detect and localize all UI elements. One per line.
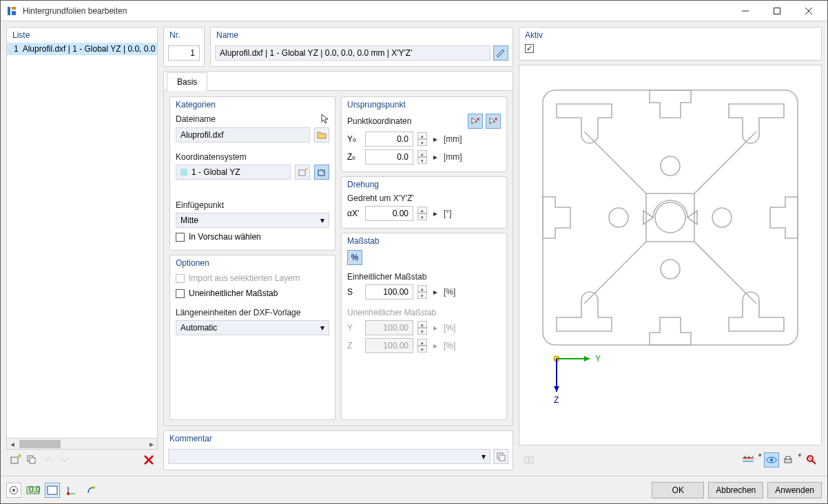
- svg-rect-49: [48, 486, 57, 494]
- chevron-down-icon: ▾: [320, 323, 324, 333]
- chevron-down-icon: ▾: [482, 452, 486, 461]
- svg-point-53: [92, 486, 95, 489]
- langen-select[interactable]: Automatic ▾: [176, 320, 329, 335]
- svg-point-27: [712, 208, 732, 227]
- svg-text:✶: ✶: [304, 168, 307, 174]
- svg-point-52: [67, 492, 70, 495]
- percent-mode-button[interactable]: %: [347, 250, 362, 265]
- move-up-button: [41, 452, 56, 468]
- svg-point-46: [12, 489, 15, 492]
- chevron-down-icon: ▾: [320, 216, 324, 225]
- koord-value: 1 - Global YZ: [192, 167, 240, 177]
- z0-menu-button[interactable]: ▸: [431, 152, 439, 162]
- vorschau-checkbox[interactable]: In Vorschau wählen: [170, 229, 335, 244]
- delete-item-button[interactable]: [141, 452, 156, 468]
- title-bar: Hintergrundfolien bearbeiten: [1, 1, 827, 21]
- new-coord-button[interactable]: ✶: [295, 165, 310, 180]
- duplicate-item-button[interactable]: [24, 452, 39, 468]
- alpha-input[interactable]: [365, 206, 413, 221]
- svg-rect-33: [525, 456, 528, 463]
- chevron-down-icon[interactable]: ▼: [757, 452, 763, 468]
- tab-basis[interactable]: Basis: [167, 72, 207, 91]
- scale-z-unit: [%]: [444, 341, 455, 350]
- y0-spinner[interactable]: ▴▾: [417, 132, 427, 146]
- chevron-down-icon[interactable]: ▼: [797, 452, 803, 468]
- pick-point-button-1[interactable]: [468, 114, 483, 129]
- list-scrollbar[interactable]: ◂ ▸: [7, 438, 157, 449]
- cancel-button[interactable]: Abbrechen: [708, 482, 763, 498]
- scroll-left-icon[interactable]: ◂: [7, 439, 18, 450]
- scroll-thumb[interactable]: [19, 440, 61, 448]
- koord-select[interactable]: 1 - Global YZ: [176, 165, 291, 180]
- minimize-button[interactable]: [729, 1, 761, 21]
- s-spinner[interactable]: ▴▾: [417, 285, 427, 299]
- alpha-menu-button[interactable]: ▸: [431, 209, 439, 218]
- aktiv-label: Aktiv: [519, 28, 821, 43]
- browse-file-button[interactable]: [314, 127, 329, 143]
- uneinheit-checkbox[interactable]: Uneinheitlicher Maßstab: [170, 286, 335, 301]
- aktiv-checkbox[interactable]: [519, 43, 821, 56]
- svg-rect-34: [530, 456, 533, 463]
- svg-marker-30: [584, 356, 590, 361]
- list-item[interactable]: 1 Aluprofil.dxf | 1 - Global YZ | 0.0, 0…: [7, 43, 157, 55]
- preview-print-button[interactable]: [780, 452, 796, 468]
- nr-label: Nr.: [164, 28, 204, 43]
- z0-input[interactable]: [365, 149, 413, 165]
- scale-y-menu-button: ▸: [431, 323, 439, 333]
- preview-zoom-reset-button[interactable]: [804, 452, 819, 468]
- dateiname-input[interactable]: Aluprofil.dxf: [176, 127, 310, 143]
- optionen-header: Optionen: [170, 255, 335, 271]
- svg-point-25: [661, 260, 680, 279]
- z0-label: Z₀: [347, 152, 361, 162]
- svg-rect-0: [8, 7, 10, 15]
- s-menu-button[interactable]: ▸: [431, 287, 439, 297]
- ok-button[interactable]: OK: [652, 482, 704, 498]
- new-item-button[interactable]: ✶: [8, 452, 23, 468]
- drehung-header: Drehung: [342, 177, 506, 192]
- app-icon: [6, 6, 17, 17]
- cursor-icon: [321, 114, 329, 125]
- name-input[interactable]: [215, 45, 490, 61]
- import-layers-checkbox: Import aus selektierten Layern: [170, 271, 335, 286]
- svg-rect-1: [12, 7, 16, 10]
- footer-units-button[interactable]: 0,00: [25, 483, 41, 498]
- footer-coord-button[interactable]: [64, 483, 79, 498]
- footer-view-button[interactable]: [45, 483, 60, 498]
- apply-button[interactable]: Anwenden: [767, 482, 822, 498]
- y0-input[interactable]: [365, 132, 413, 147]
- y0-menu-button[interactable]: ▸: [431, 134, 439, 144]
- z0-spinner[interactable]: ▴▾: [417, 150, 427, 164]
- close-button[interactable]: [793, 1, 825, 21]
- svg-line-43: [812, 461, 816, 464]
- kommentar-input[interactable]: ▾: [168, 449, 490, 464]
- edit-name-button[interactable]: [493, 45, 508, 61]
- preview-grid-button[interactable]: 123: [741, 452, 756, 468]
- footer-settings-button[interactable]: [83, 483, 99, 498]
- maximize-button[interactable]: [761, 1, 793, 21]
- list-item-label: Aluprofil.dxf | 1 - Global YZ | 0.0, 0.0: [23, 44, 156, 54]
- preview-toolbar: 123 ▼ ▼: [519, 450, 822, 470]
- scale-z-menu-button: ▸: [431, 341, 439, 350]
- move-down-button: [57, 452, 72, 468]
- svg-point-39: [770, 459, 773, 461]
- einheit-massstab-label: Einheitlicher Maßstab: [347, 272, 426, 282]
- scale-z-input: [365, 338, 413, 353]
- scroll-right-icon[interactable]: ▸: [146, 439, 157, 450]
- nr-input[interactable]: [168, 45, 200, 61]
- svg-rect-2: [12, 11, 16, 15]
- import-layers-label: Import aus selektierten Layern: [189, 273, 300, 283]
- koord-label: Koordinatensystem: [176, 152, 247, 162]
- einfuege-select[interactable]: Mitte ▾: [176, 213, 329, 228]
- preview-view-button[interactable]: [764, 452, 779, 468]
- dialog-footer: 0,00 OK Abbrechen Anwenden: [1, 476, 827, 503]
- kommentar-save-button[interactable]: [493, 449, 508, 464]
- list-item-number: 1: [14, 44, 19, 54]
- help-button[interactable]: [6, 483, 21, 498]
- name-label: Name: [211, 28, 513, 43]
- s-input[interactable]: [365, 284, 413, 300]
- edit-coord-button[interactable]: [314, 165, 329, 180]
- svg-point-26: [609, 208, 628, 227]
- svg-marker-32: [554, 386, 559, 392]
- alpha-spinner[interactable]: ▴▾: [417, 207, 427, 220]
- pick-point-button-2[interactable]: [486, 114, 501, 129]
